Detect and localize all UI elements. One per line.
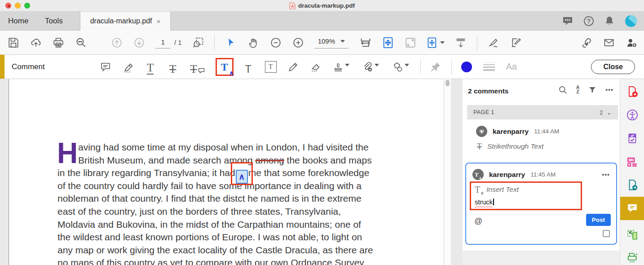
sort-az-icon[interactable]: AZ [576, 85, 579, 94]
accessibility-icon[interactable] [620, 103, 644, 127]
eraser-icon[interactable] [309, 59, 322, 75]
notifications-bell-icon[interactable] [604, 16, 614, 26]
search-comments-icon[interactable] [558, 85, 567, 94]
pin-icon[interactable] [429, 59, 442, 75]
main-toolbar: 1 / 1 109% [0, 31, 644, 55]
insert-caret-annotation[interactable]: ∧ [236, 168, 248, 184]
minimize-window-button[interactable] [15, 3, 21, 9]
strikethrough-annotation[interactable]: among [256, 155, 284, 165]
comment-author: karenparry [493, 128, 529, 136]
more-options-icon[interactable]: ••• [605, 86, 613, 93]
acrobat-window: dracula-markup.pdf Home Tools dracula-ma… [0, 0, 644, 265]
highlighter-icon[interactable] [121, 59, 135, 75]
search-icon[interactable] [75, 36, 87, 49]
insert-caret-glyph: ∧ [229, 70, 234, 76]
post-button[interactable]: Post [586, 214, 611, 226]
next-page-icon[interactable] [133, 36, 146, 49]
select-tool-icon[interactable] [225, 36, 237, 49]
cloud-upload-icon[interactable] [30, 36, 42, 49]
marquee-zoom-icon[interactable] [192, 36, 204, 49]
email-icon[interactable] [603, 36, 615, 49]
crop-pages-icon[interactable] [620, 223, 644, 246]
zoom-level-dropdown[interactable]: 109% [314, 36, 348, 49]
document-tab[interactable]: dracula-markup.pdf × [80, 12, 171, 31]
page-number-input[interactable]: 1 [155, 37, 171, 49]
add-text-icon[interactable]: T [242, 59, 255, 75]
tab-bar: Home Tools dracula-markup.pdf × ? [0, 12, 644, 31]
color-swatch-blue[interactable] [460, 59, 473, 75]
zoom-out-icon[interactable] [269, 36, 282, 49]
page-display-dropdown-icon[interactable] [427, 36, 445, 49]
hand-tool-icon[interactable] [247, 36, 260, 49]
filter-icon[interactable] [588, 86, 596, 94]
document-scrollbar[interactable] [444, 79, 451, 265]
fit-page-icon[interactable] [382, 36, 394, 49]
insert-text-tool-selected[interactable]: T ∧ [216, 58, 234, 76]
traffic-lights [5, 3, 30, 9]
strikethrough-text-icon[interactable]: T [166, 59, 180, 75]
account-avatar[interactable] [625, 15, 637, 27]
save-icon[interactable] [7, 36, 20, 49]
underline-text-icon[interactable]: T [144, 59, 157, 75]
stamp-icon[interactable] [331, 59, 351, 75]
comment-item-strikethrough[interactable]: T karenparry 11:44 AM T Strikethrough Te… [463, 126, 617, 150]
tab-home[interactable]: Home [8, 12, 28, 31]
add-user-icon[interactable] [625, 36, 638, 49]
scroll-display-icon[interactable] [454, 36, 467, 49]
comment-draft-input[interactable]: struck [475, 198, 493, 206]
collapse-chevron-icon[interactable]: ⌄ [607, 109, 612, 116]
tab-tools[interactable]: Tools [45, 12, 63, 31]
shapes-icon[interactable] [390, 59, 411, 75]
chevron-down-icon [405, 64, 409, 66]
strikethrough-type-icon: T [477, 142, 482, 150]
comment-options-icon[interactable]: ••• [602, 171, 610, 178]
help-icon[interactable]: ? [584, 16, 594, 26]
maximize-window-button[interactable] [24, 3, 30, 9]
scan-ocr-icon[interactable] [620, 246, 644, 265]
fullscreen-icon[interactable] [404, 36, 417, 49]
comments-list: 2 comments AZ ••• PAGE 1 2⌄ [463, 79, 620, 251]
organize-pages-icon[interactable] [620, 150, 644, 173]
document-text: aving had some time at my disposal when … [57, 142, 412, 265]
share-link-icon[interactable] [580, 36, 593, 49]
text-style-icon[interactable]: Aa [505, 59, 518, 75]
document-tab-label: dracula-markup.pdf [90, 17, 152, 25]
page-group-count: 2 [600, 109, 603, 116]
doc-line: in the library regarding Transylvania; i… [57, 168, 412, 181]
previous-page-icon[interactable] [110, 36, 123, 49]
mention-button[interactable]: @ [474, 216, 482, 226]
pdf-file-icon [289, 2, 296, 9]
comment-card-insert-text-selected[interactable]: T∧ karenparry 11:45 AM ••• T∧ Insert Tex… [465, 163, 617, 245]
doc-line: Moldavia and Bukovina, in the midst of t… [57, 219, 412, 232]
window-title-text: dracula-markup.pdf [298, 2, 355, 9]
comment-toolbar: Comment T T T T ∧ T T [0, 55, 644, 79]
zoom-in-icon[interactable] [292, 36, 304, 49]
replace-text-icon[interactable]: T [189, 59, 207, 75]
action-check-icon[interactable] [620, 127, 644, 150]
print-icon[interactable] [52, 36, 65, 49]
sticky-note-icon[interactable] [99, 59, 112, 75]
page-total-label: / 1 [174, 39, 182, 46]
close-comment-button[interactable]: Close [591, 60, 635, 74]
text-box-icon[interactable]: T [264, 59, 278, 75]
page-group-label: PAGE 1 [473, 109, 494, 115]
create-pdf-icon[interactable] [620, 80, 644, 103]
fill-sign-icon[interactable] [510, 36, 522, 49]
fit-width-icon[interactable] [359, 36, 372, 49]
page-group-header[interactable]: PAGE 1 2⌄ [467, 105, 618, 119]
scrollbar-thumb[interactable] [446, 80, 450, 86]
close-window-button[interactable] [5, 3, 11, 9]
pencil-icon[interactable] [287, 59, 300, 75]
comment-tool-active-icon[interactable] [620, 197, 644, 220]
comment-author: karenparry [489, 171, 525, 179]
insert-text-highlight-red-box: T∧ Insert Text struck [470, 181, 582, 210]
attach-file-icon[interactable] [360, 59, 381, 75]
close-tab-icon[interactable]: × [157, 18, 161, 25]
annotation-type-label: Strikethrough Text [487, 142, 543, 150]
chevron-down-icon [375, 64, 379, 66]
resolve-checkbox[interactable] [603, 230, 610, 237]
line-weight-icon[interactable] [482, 59, 496, 75]
chat-icon[interactable] [562, 16, 573, 26]
export-pdf-icon[interactable] [620, 173, 644, 197]
sign-pen-icon[interactable] [487, 36, 500, 49]
